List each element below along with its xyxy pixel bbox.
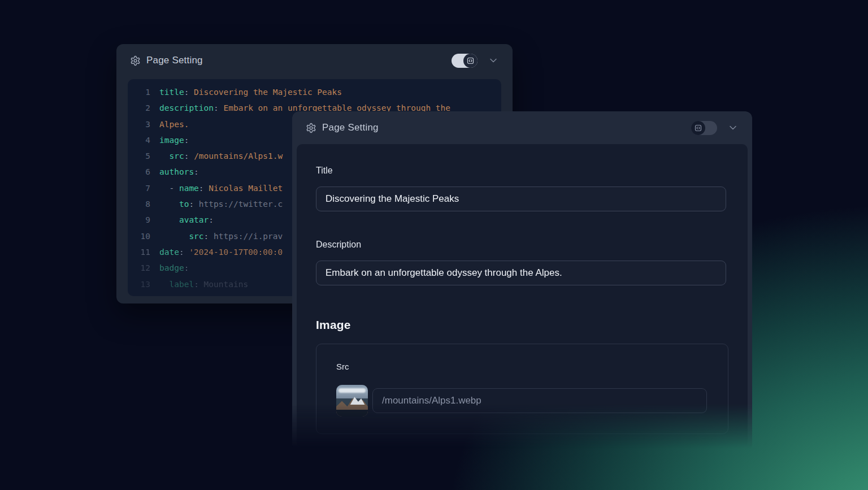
- code-segment: date: [159, 248, 179, 257]
- code-line-content: - name: Nicolas Maillet: [150, 180, 283, 196]
- image-section-heading: Image: [316, 318, 351, 332]
- code-segment: [159, 232, 189, 241]
- chevron-down-icon[interactable]: [727, 122, 739, 133]
- code-segment: Alpes.: [159, 120, 189, 129]
- code-segment: :: [189, 200, 194, 209]
- code-segment: :: [214, 103, 219, 112]
- code-segment: :: [199, 184, 204, 193]
- code-line-content: date: '2024-10-17T00:00:0: [150, 244, 283, 260]
- code-segment: [159, 280, 169, 289]
- page-setting-panel-form-view: Page Setting Title Description Image: [292, 111, 752, 452]
- code-line-content: to: https://twitter.c: [150, 196, 283, 212]
- code-segment: /mountains/Alps1.w: [189, 151, 283, 161]
- code-line-content: badge:: [150, 260, 189, 276]
- thumbnail-water: [336, 410, 368, 417]
- code-segment: https://twitter.c: [194, 200, 283, 209]
- code-segment: -: [159, 184, 179, 193]
- code-segment: Nicolas Maillet: [204, 184, 283, 193]
- code-segment: Discovering the Majestic Peaks: [189, 88, 342, 97]
- code-segment: :: [194, 280, 199, 289]
- line-number: 10: [136, 228, 150, 244]
- line-number: 4: [136, 132, 150, 148]
- chevron-down-icon[interactable]: [488, 55, 499, 66]
- page-setting-form: Title Description Image Src: [297, 144, 748, 448]
- code-view-toggle[interactable]: [691, 121, 717, 135]
- line-number: 13: [136, 276, 150, 292]
- code-line-content: image:: [150, 132, 189, 148]
- line-number: 1: [136, 84, 150, 100]
- line-number: 12: [136, 260, 150, 276]
- code-line-content: src: https://i.prav: [150, 228, 283, 244]
- code-segment: Mountains: [199, 280, 248, 289]
- panel-header: Page Setting: [292, 111, 752, 144]
- description-input[interactable]: [316, 261, 726, 285]
- code-segment: [159, 200, 179, 209]
- code-segment: src: [189, 232, 203, 241]
- code-segment: :: [179, 248, 184, 257]
- image-src-input[interactable]: [372, 388, 707, 413]
- code-view-toggle[interactable]: [452, 54, 478, 68]
- title-input[interactable]: [316, 187, 726, 211]
- code-segment: title: [159, 88, 184, 97]
- line-number: 2: [136, 100, 150, 116]
- line-number: 3: [136, 116, 150, 132]
- description-label: Description: [316, 240, 361, 250]
- code-segment: :: [209, 215, 214, 224]
- code-segment: :: [194, 167, 199, 176]
- code-line-content: label: Mountains: [150, 276, 248, 292]
- code-segment: label: [169, 280, 194, 289]
- code-segment: src: [169, 151, 184, 161]
- code-line-content: avatar:: [150, 212, 214, 228]
- line-number: 6: [136, 164, 150, 180]
- image-settings-card: Src: [316, 344, 728, 434]
- gear-icon: [130, 55, 141, 66]
- code-segment: to: [179, 200, 189, 209]
- code-segment: [159, 151, 169, 161]
- title-label: Title: [316, 166, 333, 176]
- panel-header: Page Setting: [116, 44, 513, 77]
- line-number: 5: [136, 148, 150, 164]
- line-number: 8: [136, 196, 150, 212]
- code-line-content: Alpes.: [150, 116, 189, 132]
- code-square-icon: [463, 54, 478, 68]
- code-segment: [159, 215, 179, 224]
- code-segment: avatar: [179, 215, 209, 224]
- src-label: Src: [336, 362, 349, 371]
- image-thumbnail[interactable]: [336, 385, 368, 417]
- code-segment: description: [159, 103, 214, 112]
- thumbnail-cloud: [338, 388, 366, 393]
- code-line-content: title: Discovering the Majestic Peaks: [150, 84, 342, 100]
- code-segment: badge: [159, 263, 184, 272]
- code-segment: :: [184, 136, 189, 145]
- code-segment: authors: [159, 167, 194, 176]
- code-segment: '2024-10-17T00:00:0: [184, 248, 283, 257]
- code-segment: name: [179, 184, 199, 193]
- panel-title: Page Setting: [146, 55, 203, 66]
- code-segment: :: [184, 263, 189, 272]
- gear-icon: [306, 123, 316, 133]
- line-number: 9: [136, 212, 150, 228]
- code-line-content: authors:: [150, 164, 199, 180]
- code-square-icon: [691, 121, 705, 135]
- code-line: 1title: Discovering the Majestic Peaks: [136, 84, 493, 100]
- line-number: 7: [136, 180, 150, 196]
- line-number: 11: [136, 244, 150, 260]
- panel-title: Page Setting: [322, 122, 379, 133]
- code-line-content: src: /mountains/Alps1.w: [150, 148, 283, 164]
- code-segment: https://i.prav: [209, 232, 283, 241]
- code-segment: image: [159, 136, 184, 145]
